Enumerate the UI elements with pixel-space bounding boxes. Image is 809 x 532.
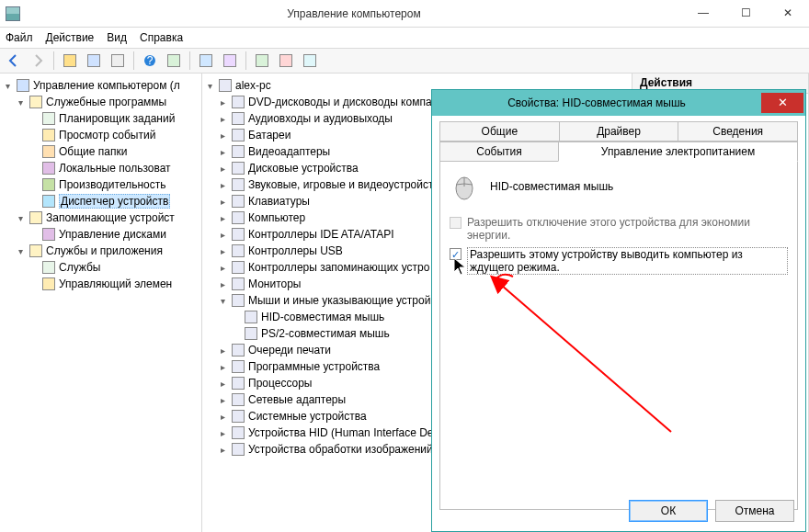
tab-events[interactable]: События bbox=[439, 141, 559, 162]
expand-toggle[interactable]: ▸ bbox=[217, 130, 228, 141]
tree-item-label: Службы и приложения bbox=[46, 244, 163, 257]
tree-item-label: Батареи bbox=[248, 129, 291, 141]
tree-group-0[interactable]: ▾Служебные программы bbox=[2, 94, 199, 110]
device-icon[interactable] bbox=[220, 51, 240, 71]
tree-item-label: Дисковые устройства bbox=[248, 162, 359, 175]
close-button[interactable]: ✕ bbox=[767, 4, 809, 24]
menu-view[interactable]: Вид bbox=[107, 31, 127, 44]
tree-item-0-5[interactable]: Диспетчер устройств bbox=[2, 193, 199, 209]
device-category-icon bbox=[231, 376, 245, 391]
expand-toggle[interactable]: ▸ bbox=[217, 114, 228, 124]
tree-root[interactable]: ▾Управление компьютером (л bbox=[2, 77, 199, 94]
tree-item-0-2[interactable]: Общие папки bbox=[2, 143, 199, 160]
expand-toggle[interactable]: ▸ bbox=[217, 164, 228, 174]
update-driver-icon[interactable] bbox=[252, 51, 272, 71]
expand-toggle[interactable]: ▾ bbox=[15, 97, 26, 108]
tree-item-icon bbox=[41, 144, 56, 159]
mouse-icon bbox=[244, 326, 258, 341]
expand-toggle[interactable]: ▸ bbox=[217, 147, 228, 157]
expand-toggle[interactable]: ▸ bbox=[217, 213, 228, 223]
device-category-icon bbox=[231, 177, 245, 192]
scan-hardware-icon[interactable] bbox=[300, 51, 320, 71]
minimize-button[interactable]: — bbox=[682, 4, 724, 24]
show-hide-tree-button[interactable] bbox=[60, 51, 80, 71]
dialog-titlebar[interactable]: Свойства: HID-совместимая мышь ✕ bbox=[432, 90, 805, 116]
checkbox-allow-off bbox=[450, 217, 461, 229]
tree-item-label: Локальные пользоват bbox=[59, 162, 171, 175]
tree-item-1-0[interactable]: Управление дисками bbox=[2, 226, 199, 243]
tree-item-0-0[interactable]: Планировщик заданий bbox=[2, 110, 199, 127]
expand-toggle[interactable]: ▸ bbox=[217, 412, 228, 422]
expand-toggle[interactable]: ▸ bbox=[217, 246, 228, 256]
expand-toggle[interactable]: ▸ bbox=[217, 263, 228, 273]
tab-driver[interactable]: Драйвер bbox=[559, 121, 679, 141]
app-icon bbox=[6, 6, 20, 21]
mouse-icon bbox=[244, 310, 258, 324]
expand-toggle[interactable]: ▸ bbox=[217, 428, 228, 438]
cancel-button[interactable]: Отмена bbox=[715, 500, 794, 522]
tree-item-label: Производительность bbox=[59, 178, 165, 191]
tree-item-icon bbox=[16, 78, 30, 93]
device-category-icon bbox=[231, 277, 245, 291]
expand-toggle[interactable]: ▸ bbox=[217, 445, 228, 455]
expand-toggle[interactable]: ▾ bbox=[217, 296, 228, 306]
expand-toggle[interactable]: ▸ bbox=[217, 345, 228, 356]
uninstall-icon[interactable] bbox=[276, 51, 296, 71]
tree-item-2-1[interactable]: Управляющий элемен bbox=[2, 276, 199, 292]
expand-toggle[interactable]: ▸ bbox=[217, 379, 228, 389]
expand-toggle[interactable]: ▸ bbox=[217, 97, 228, 108]
expand-toggle[interactable]: ▸ bbox=[217, 230, 228, 240]
menu-action[interactable]: Действие bbox=[46, 31, 95, 44]
tree-item-label: Запоминающие устройст bbox=[46, 211, 175, 224]
mouse-icon bbox=[450, 172, 479, 201]
tree-group-1[interactable]: ▾Запоминающие устройст bbox=[2, 209, 199, 226]
monitor-icon[interactable] bbox=[196, 51, 216, 71]
tree-item-label: Устройства HID (Human Interface Dev bbox=[248, 426, 439, 439]
tree-item-label: DVD-дисководы и дисководы компа bbox=[248, 96, 432, 108]
tree-item-label: Контроллеры IDE ATA/ATAPI bbox=[248, 228, 394, 241]
help-button[interactable]: ? bbox=[140, 51, 160, 71]
expand-toggle[interactable]: ▾ bbox=[2, 81, 13, 91]
tree-item-label: Очереди печати bbox=[248, 344, 331, 357]
checkbox-row-wake[interactable]: Разрешить этому устройству выводить комп… bbox=[450, 247, 788, 275]
expand-toggle[interactable]: ▾ bbox=[15, 246, 26, 256]
menu-help[interactable]: Справка bbox=[140, 31, 183, 44]
tree-item-icon bbox=[41, 194, 56, 209]
refresh-button[interactable] bbox=[164, 51, 184, 71]
tree-group-2[interactable]: ▾Службы и приложения bbox=[2, 243, 199, 259]
tree-item-label: Контроллеры USB bbox=[248, 244, 343, 257]
ok-button[interactable]: ОК bbox=[629, 500, 708, 522]
tab-power-management[interactable]: Управление электропитанием bbox=[558, 141, 798, 162]
tree-item-icon bbox=[41, 177, 56, 192]
dialog-close-button[interactable]: ✕ bbox=[761, 93, 803, 113]
tab-general[interactable]: Общие bbox=[439, 121, 560, 141]
expand-toggle[interactable]: ▸ bbox=[217, 395, 228, 405]
maximize-button[interactable]: ☐ bbox=[724, 4, 767, 24]
properties-button[interactable] bbox=[84, 51, 104, 71]
tree-item-label: Аудиовходы и аудиовыходы bbox=[248, 112, 393, 125]
tree-item-2-0[interactable]: Службы bbox=[2, 259, 199, 276]
device-category-icon bbox=[231, 359, 245, 374]
expand-toggle[interactable]: ▸ bbox=[217, 279, 228, 289]
tree-item-0-4[interactable]: Производительность bbox=[2, 176, 199, 193]
tree-item-label: Компьютер bbox=[248, 211, 305, 224]
expand-toggle[interactable]: ▾ bbox=[204, 81, 215, 91]
checkbox-wake[interactable] bbox=[450, 248, 461, 260]
tab-details[interactable]: Сведения bbox=[678, 121, 798, 141]
device-category-icon bbox=[231, 343, 245, 357]
svg-text:?: ? bbox=[147, 54, 154, 67]
tree-item-0-3[interactable]: Локальные пользоват bbox=[2, 160, 199, 176]
export-list-button[interactable] bbox=[108, 51, 128, 71]
tree-item-label: Диспетчер устройств bbox=[59, 194, 170, 209]
expand-toggle[interactable]: ▸ bbox=[217, 362, 228, 372]
tree-item-label: Просмотр событий bbox=[59, 129, 155, 141]
expand-toggle[interactable]: ▾ bbox=[15, 213, 26, 223]
tree-item-label: Управление дисками bbox=[59, 228, 166, 241]
tree-item-0-1[interactable]: Просмотр событий bbox=[2, 127, 199, 143]
back-button[interactable] bbox=[4, 51, 24, 71]
menu-file[interactable]: Файл bbox=[6, 31, 33, 44]
device-category-icon bbox=[231, 227, 245, 242]
forward-button[interactable] bbox=[28, 51, 48, 71]
expand-toggle[interactable]: ▸ bbox=[217, 197, 228, 207]
expand-toggle[interactable]: ▸ bbox=[217, 180, 228, 190]
